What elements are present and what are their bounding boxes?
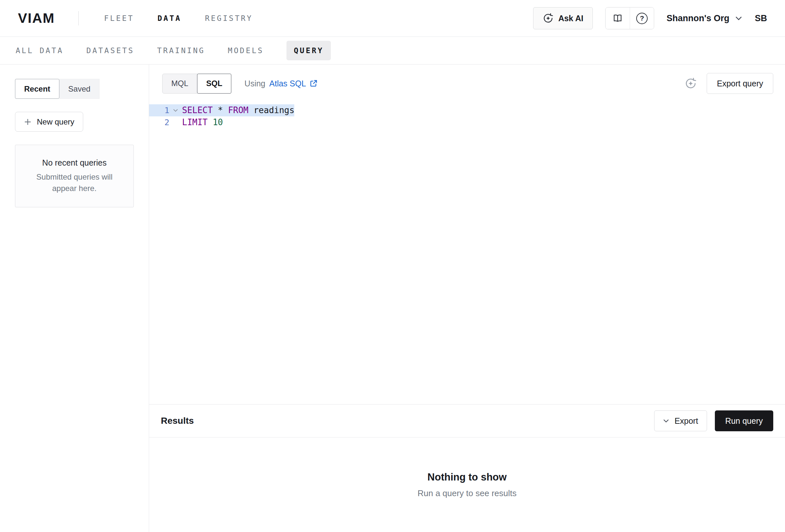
- atlas-sql-label: Atlas SQL: [269, 79, 306, 88]
- ask-ai-label: Ask AI: [558, 14, 583, 23]
- tab-query[interactable]: QUERY: [286, 41, 331, 60]
- atlas-sql-link[interactable]: Atlas SQL: [269, 79, 318, 88]
- viam-app: VIAM FLEET DATA REGISTRY Ask AI: [0, 0, 785, 532]
- export-label: Export: [675, 416, 698, 426]
- chevron-down-icon: [663, 419, 669, 423]
- empty-state-title: No recent queries: [25, 158, 124, 167]
- book-icon: [612, 13, 623, 24]
- code-text: SELECT * FROM readings: [182, 104, 294, 116]
- line-gutter: 2: [149, 116, 182, 128]
- ask-ai-button[interactable]: Ask AI: [533, 7, 593, 29]
- saved-tab[interactable]: Saved: [59, 79, 100, 99]
- using-atlas-sql: Using Atlas SQL: [244, 79, 318, 88]
- fold-toggle[interactable]: [169, 109, 182, 112]
- help-icon: ?: [636, 13, 648, 24]
- tab-models[interactable]: MODELS: [228, 46, 263, 55]
- run-query-button[interactable]: Run query: [715, 410, 773, 431]
- sql-text: [207, 117, 213, 127]
- recent-saved-toggle: Recent Saved: [15, 79, 134, 99]
- content: Recent Saved New query No recent queries…: [0, 64, 785, 532]
- query-sidebar: Recent Saved New query No recent queries…: [0, 64, 149, 532]
- chevron-down-icon: [735, 16, 742, 21]
- new-query-button[interactable]: New query: [15, 112, 83, 132]
- results-empty-state: Nothing to show Run a query to see resul…: [149, 437, 785, 532]
- nav-registry[interactable]: REGISTRY: [205, 14, 253, 23]
- viam-logo[interactable]: VIAM: [18, 10, 55, 26]
- tab-all-data[interactable]: ALL DATA: [16, 46, 64, 55]
- code-line-1[interactable]: 1 SELECT * FROM readings: [149, 104, 294, 116]
- help-docs-group: ?: [605, 7, 654, 29]
- data-tabs: ALL DATA DATASETS TRAINING MODELS QUERY: [0, 37, 785, 64]
- nav-data[interactable]: DATA: [158, 14, 181, 23]
- sql-keyword: LIMIT: [182, 117, 207, 127]
- results-title: Results: [161, 416, 194, 426]
- results-empty-title: Nothing to show: [427, 471, 507, 483]
- docs-button[interactable]: [606, 7, 630, 29]
- recent-tab[interactable]: Recent: [15, 79, 59, 99]
- ai-refresh-icon: [684, 77, 697, 90]
- top-nav: VIAM FLEET DATA REGISTRY Ask AI: [0, 0, 785, 37]
- results-header: Results Export Run query: [149, 404, 785, 437]
- help-button[interactable]: ?: [630, 7, 654, 29]
- user-avatar[interactable]: SB: [755, 14, 767, 24]
- using-label: Using: [244, 79, 265, 88]
- external-link-icon: [309, 79, 318, 88]
- org-name: Shannon's Org: [666, 14, 729, 24]
- code-text: LIMIT 10: [182, 116, 223, 128]
- ai-sparkle-icon: [542, 13, 554, 24]
- code-line-2[interactable]: 2 LIMIT 10: [149, 116, 223, 128]
- org-selector[interactable]: Shannon's Org: [666, 14, 742, 24]
- export-query-button[interactable]: Export query: [707, 73, 773, 94]
- fold-chevron-icon: [173, 109, 178, 112]
- sql-code-editor[interactable]: 1 SELECT * FROM readings 2 LIMI: [149, 94, 785, 404]
- sql-text: readings: [249, 105, 295, 115]
- sql-number: 10: [213, 117, 223, 127]
- sql-keyword: FROM: [228, 105, 249, 115]
- nav-fleet[interactable]: FLEET: [104, 14, 134, 23]
- header-divider: [78, 11, 79, 25]
- header-right: Ask AI ? Shannon's Org SB: [533, 7, 767, 29]
- results-empty-subtitle: Run a query to see results: [417, 488, 517, 499]
- results-actions: Export Run query: [654, 410, 773, 431]
- line-number: 1: [164, 104, 169, 116]
- mql-tab[interactable]: MQL: [162, 74, 197, 94]
- plus-icon: [24, 118, 32, 126]
- sql-keyword: SELECT: [182, 105, 213, 115]
- sql-text: *: [213, 105, 228, 115]
- line-number: 2: [164, 116, 169, 128]
- regenerate-query-button[interactable]: [684, 77, 697, 90]
- query-main: MQL SQL Using Atlas SQL: [149, 64, 785, 532]
- recent-queries-empty-state: No recent queries Submitted queries will…: [15, 145, 134, 207]
- query-toolbar: MQL SQL Using Atlas SQL: [149, 64, 785, 94]
- new-query-label: New query: [37, 117, 74, 127]
- export-results-button[interactable]: Export: [654, 410, 707, 431]
- tab-training[interactable]: TRAINING: [157, 46, 205, 55]
- query-language-toggle: MQL SQL: [162, 74, 231, 94]
- tab-datasets[interactable]: DATASETS: [86, 46, 134, 55]
- sql-tab[interactable]: SQL: [197, 74, 231, 94]
- empty-state-subtitle: Submitted queries will appear here.: [27, 171, 122, 194]
- line-gutter: 1: [149, 104, 182, 116]
- primary-nav: FLEET DATA REGISTRY: [104, 14, 253, 23]
